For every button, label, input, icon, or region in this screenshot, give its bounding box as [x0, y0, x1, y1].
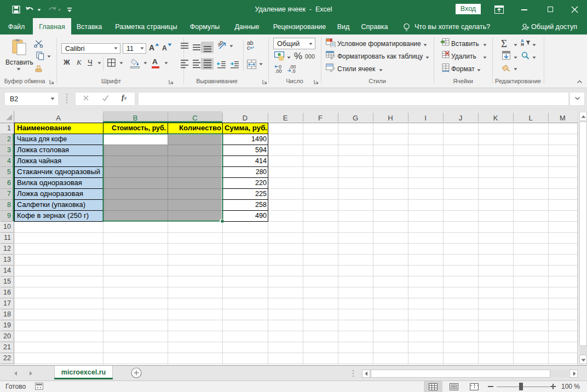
svg-text:K: K — [493, 114, 498, 122]
svg-text:18: 18 — [3, 310, 11, 318]
svg-text:C: C — [192, 114, 197, 122]
svg-text:Количество: Количество — [179, 124, 221, 132]
svg-text:M: M — [560, 114, 566, 122]
svg-text:225: 225 — [255, 189, 267, 198]
svg-text:Салфетки (упаковка): Салфетки (упаковка) — [17, 200, 85, 209]
svg-text:3: 3 — [7, 146, 11, 154]
svg-text:A: A — [56, 114, 61, 122]
svg-text:Кофе в зернах (250 г): Кофе в зернах (250 г) — [17, 211, 89, 220]
svg-text:20: 20 — [3, 332, 11, 340]
svg-text:14: 14 — [3, 267, 11, 274]
svg-text:594: 594 — [255, 146, 267, 154]
svg-text:21: 21 — [3, 343, 11, 351]
svg-text:1: 1 — [7, 124, 11, 132]
svg-text:6: 6 — [7, 179, 11, 187]
svg-text:Вилка одноразовая: Вилка одноразовая — [17, 178, 82, 187]
svg-text:,0: ,0 — [291, 68, 296, 73]
svg-text:L: L — [528, 114, 532, 122]
svg-text:Ложка одноразовая: Ложка одноразовая — [17, 189, 83, 198]
svg-text:5: 5 — [7, 168, 11, 176]
svg-text:16: 16 — [3, 289, 11, 296]
svg-text:7: 7 — [7, 190, 11, 198]
svg-text:,00: ,00 — [275, 68, 282, 73]
svg-text:Стаканчик одноразовый: Стаканчик одноразовый — [17, 168, 100, 176]
svg-text:Наименование: Наименование — [17, 124, 71, 132]
svg-text:12: 12 — [3, 245, 11, 252]
svg-text:1490: 1490 — [251, 135, 267, 143]
svg-text:220: 220 — [255, 178, 267, 187]
svg-text:8: 8 — [7, 201, 11, 209]
svg-text:E: E — [283, 114, 288, 122]
svg-text:D: D — [243, 114, 248, 122]
svg-text:280: 280 — [256, 168, 267, 176]
svg-text:Ложка столовая: Ложка столовая — [17, 146, 69, 154]
svg-text:G: G — [353, 114, 358, 122]
svg-text:Чашка для кофе: Чашка для кофе — [17, 135, 67, 143]
svg-text:490: 490 — [255, 211, 267, 220]
svg-text:10: 10 — [3, 223, 11, 230]
svg-text:19: 19 — [3, 321, 11, 329]
svg-text:4: 4 — [7, 157, 11, 165]
svg-text:15: 15 — [3, 278, 11, 285]
svg-text:J: J — [459, 114, 463, 122]
svg-text:13: 13 — [3, 256, 11, 263]
svg-text:B: B — [133, 114, 138, 122]
svg-text:H: H — [388, 114, 393, 122]
svg-text:258: 258 — [255, 200, 267, 209]
svg-text:17: 17 — [3, 299, 11, 307]
svg-text:Стоимость, руб.: Стоимость, руб. — [112, 124, 166, 132]
svg-text:11: 11 — [4, 234, 11, 241]
svg-text:9: 9 — [7, 212, 11, 220]
svg-text:I: I — [424, 114, 427, 122]
svg-text:22: 22 — [3, 354, 11, 362]
svg-text:414: 414 — [255, 157, 267, 165]
svg-text:2: 2 — [7, 135, 11, 143]
svg-text:F: F — [318, 114, 323, 122]
svg-text:Ложка чайная: Ложка чайная — [17, 157, 61, 165]
svg-text:Сумма, руб.: Сумма, руб. — [225, 124, 267, 132]
